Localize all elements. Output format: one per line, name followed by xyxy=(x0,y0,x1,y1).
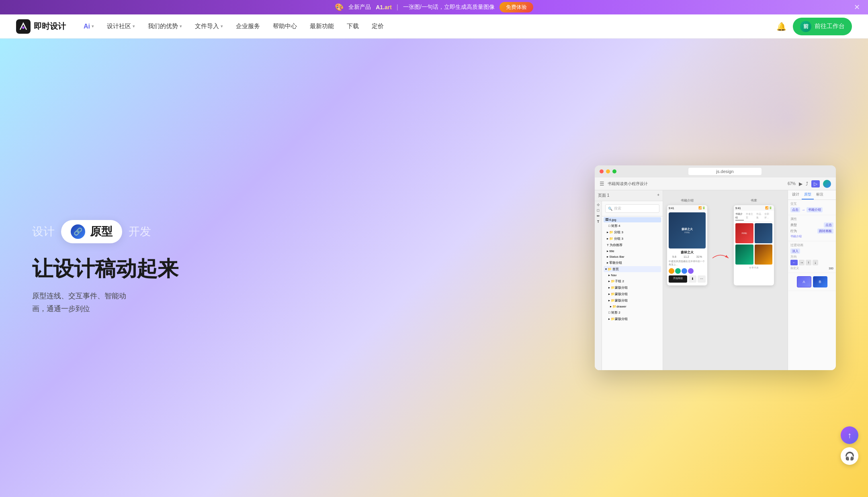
toolbar-play-icon[interactable]: ▶ xyxy=(799,181,802,187)
layers-list: 🔍 搜索 🖼6.jpg □矩形 4 xyxy=(602,201,663,370)
layer-item-3[interactable]: ▸ 📁分组 3 xyxy=(604,236,661,242)
layer-item-9[interactable]: ▸ Nav xyxy=(604,273,661,278)
tool-frame-icon[interactable]: □ xyxy=(597,208,599,212)
toolbar-share-icon[interactable]: ⤴ xyxy=(806,181,808,187)
notification-bell-icon[interactable]: 🔔 xyxy=(776,22,786,31)
design-tab[interactable]: 设计 xyxy=(790,190,802,200)
banner-new-label: 全新产品 xyxy=(348,4,371,11)
nav-item-features[interactable]: 最新功能 xyxy=(305,20,339,33)
banner-close-button[interactable]: ✕ xyxy=(854,3,860,12)
layer-item-8[interactable]: ▾ 📁 首页 xyxy=(604,266,661,272)
book-cover-large: 森林之火 FIRE xyxy=(669,212,706,248)
layer-item-14[interactable]: ▸ 📁drawer xyxy=(604,304,661,309)
direction-left-btn[interactable]: ← xyxy=(790,260,798,265)
user-avatar: 前 xyxy=(800,21,811,32)
nav-advantages-label: 我们的优势 xyxy=(148,22,178,30)
tool-select-icon[interactable]: ⊹ xyxy=(597,203,600,207)
nav-enterprise-label: 企业服务 xyxy=(236,22,260,30)
frame2-content: 书籍介绍 作者主页 作品集 全部评... FIRE xyxy=(734,211,774,271)
animation-value[interactable]: 淡入 xyxy=(790,248,800,254)
layer-item-16[interactable]: ▸ 📁蒙版分组 xyxy=(604,316,661,322)
behavior-label: 行为 xyxy=(790,229,797,233)
layer-search-input[interactable]: 🔍 搜索 xyxy=(605,204,659,213)
layer-item-2[interactable]: ▸ 📁分组 3 xyxy=(604,229,661,235)
preview-frame-b[interactable]: B xyxy=(813,276,827,287)
frame2-topbar: 9:41 📶🔋 xyxy=(734,205,774,211)
action-buttons: 开始阅读 ⬇ ⋯ xyxy=(669,275,706,283)
hero-tab-develop[interactable]: 开发 xyxy=(129,224,151,239)
scroll-up-icon: ↑ xyxy=(848,431,852,440)
duration-value: 300 xyxy=(829,267,833,270)
layer-item-10[interactable]: ▸ 📁子组 2 xyxy=(604,278,661,284)
trigger-chip[interactable]: 点击 xyxy=(790,207,800,212)
reviewer-avatars xyxy=(669,268,706,274)
layer-item-1[interactable]: □矩形 4 xyxy=(604,223,661,229)
add-page-icon[interactable]: + xyxy=(657,193,659,197)
frame-1: 9:41 📶🔋 森林之火 FIRE xyxy=(667,205,707,285)
target-chip[interactable]: 书籍介绍 xyxy=(807,207,823,212)
layer-item-15[interactable]: □ 矩形 2 xyxy=(604,310,661,316)
target-value-label[interactable]: 书籍介绍 xyxy=(790,234,802,238)
interaction-row: 点击 → 书籍介绍 xyxy=(790,207,833,212)
canvas-area[interactable]: 书籍介绍 9:41 📶🔋 森林之火 xyxy=(663,190,788,370)
book-grid-item-1: FIRE xyxy=(735,223,753,243)
nav-import-chevron: ▾ xyxy=(221,24,223,29)
direction-up-btn[interactable]: ↑ xyxy=(806,260,811,265)
preview-frame-a[interactable]: A xyxy=(797,276,811,287)
behavior-value[interactable]: 跳转画板 xyxy=(817,228,833,234)
book-stats: 9.8 11.2 31% xyxy=(669,255,706,258)
interaction-section: 交互 点击 → 书籍介绍 xyxy=(788,200,836,215)
hero-tab-design[interactable]: 设计 xyxy=(32,224,55,239)
top-banner: 🎨 全新产品 A1.art | 一张图/一句话，立即生成高质量图像 免费体验 ✕ xyxy=(0,0,868,14)
nav-ai-label: Ai xyxy=(84,23,90,30)
animation-section: 过渡动画 淡入 方向 ← → ↑ ↓ 自定义 30 xyxy=(788,241,836,273)
direction-buttons: ← → ↑ ↓ xyxy=(790,260,833,265)
nav-item-download[interactable]: 下载 xyxy=(342,20,364,33)
interaction-arrow: → xyxy=(801,208,805,212)
layer-item-7[interactable]: ▸ 零散分组 xyxy=(604,260,661,266)
frame-2-container: 书库 9:41 📶🔋 书籍介绍 作者 xyxy=(734,198,774,285)
scroll-up-fab[interactable]: ↑ xyxy=(841,426,858,444)
direction-right-btn[interactable]: → xyxy=(799,260,805,265)
nav-item-import[interactable]: 文件导入 ▾ xyxy=(190,20,228,33)
layer-item-6[interactable]: ▸ Status Bar xyxy=(604,254,661,259)
layer-item-5[interactable]: ▸ title xyxy=(604,248,661,254)
direction-down-btn[interactable]: ↓ xyxy=(813,260,818,265)
layer-item-4[interactable]: T为你推荐 xyxy=(604,242,661,248)
window-body: 页面 1 + ⊹ □ ✏ T xyxy=(595,190,836,370)
nav-item-enterprise[interactable]: 企业服务 xyxy=(231,20,265,33)
tool-text-icon[interactable]: T xyxy=(597,220,600,224)
layer-item-12[interactable]: ▸ 📁蒙版分组 xyxy=(604,291,661,297)
layer-item-0[interactable]: 🖼6.jpg xyxy=(604,217,661,222)
banner-divider: | xyxy=(397,4,398,11)
workspace-button[interactable]: 前 前往工作台 xyxy=(793,18,852,35)
connection-arrow xyxy=(710,198,731,285)
zoom-level: 67% xyxy=(788,181,796,186)
hero-section: 设计 🔗 原型 开发 让设计稿动起来 原型连线、交互事件、智能动 画，通通一步到… xyxy=(0,39,868,497)
type-row: 类型 点击 xyxy=(790,222,833,228)
animation-label: 过渡动画 xyxy=(790,243,833,247)
book-grid-item-4 xyxy=(755,244,773,265)
banner-cta-button[interactable]: 免费体验 xyxy=(500,2,533,12)
support-fab[interactable]: 🎧 xyxy=(841,447,858,465)
nav-item-help[interactable]: 帮助中心 xyxy=(268,20,302,33)
toolbar-menu-icon[interactable]: ☰ xyxy=(600,181,604,187)
annotate-tab[interactable]: 标注 xyxy=(814,190,826,200)
nav-item-community[interactable]: 设计社区 ▾ xyxy=(102,20,140,33)
book-nav-tabs: 书籍介绍 作者主页 作品集 全部评... xyxy=(735,212,772,222)
toolbar-present-icon[interactable]: ▷ xyxy=(811,180,820,187)
nav-item-advantages[interactable]: 我们的优势 ▾ xyxy=(143,20,187,33)
type-value[interactable]: 点击 xyxy=(824,222,833,228)
prototype-tab[interactable]: 原型 xyxy=(802,190,814,200)
layer-item-13[interactable]: ▸ 📁蒙版分组 xyxy=(604,297,661,303)
window-url-bar[interactable]: js.design xyxy=(688,168,762,175)
nav-help-label: 帮助中心 xyxy=(273,22,297,30)
layer-item-11[interactable]: ▸ 📁蒙版分组 xyxy=(604,285,661,291)
logo[interactable]: 即时设计 xyxy=(16,19,66,34)
user-avatar-toolbar[interactable] xyxy=(823,180,831,188)
hero-title: 让设计稿动起来 xyxy=(32,256,241,281)
nav-item-ai[interactable]: Ai ▾ xyxy=(79,20,99,33)
tool-pen-icon[interactable]: ✏ xyxy=(597,214,600,218)
flow-arrow-svg xyxy=(710,250,731,266)
nav-item-pricing[interactable]: 定价 xyxy=(367,20,389,33)
